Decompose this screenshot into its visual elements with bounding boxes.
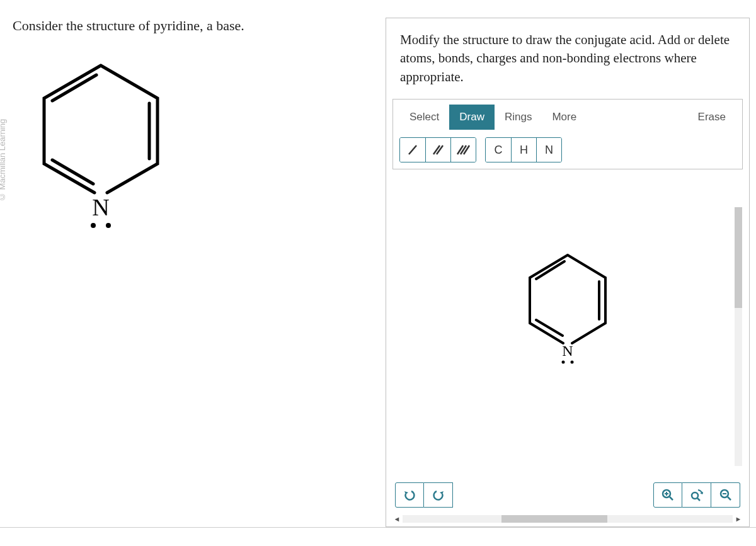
svg-line-0 [52,75,96,101]
hydrogen-tool[interactable]: H [511,138,536,162]
question-prompt: Consider the structure of pyridine, a ba… [13,18,379,34]
tab-select[interactable]: Select [399,105,449,130]
editor-instruction: Modify the structure to draw the conjuga… [386,18,749,95]
svg-line-23 [728,497,731,500]
zoom-controls [653,482,740,508]
history-controls [395,482,453,508]
bottom-controls [386,479,749,514]
tab-more[interactable]: More [542,105,587,130]
zoom-out-button[interactable] [711,482,740,508]
single-bond-tool[interactable] [400,138,425,162]
mode-tabs: Select Draw Rings More Erase [399,105,736,130]
svg-point-15 [571,361,574,364]
main-container: Consider the structure of pyridine, a ba… [0,0,756,528]
tab-erase[interactable]: Erase [688,105,736,130]
svg-point-4 [106,223,111,228]
scroll-left-arrow[interactable]: ◄ [392,515,401,523]
hscroll-thumb[interactable] [501,515,607,523]
nitrogen-label: N [92,194,109,220]
vertical-scrollbar[interactable] [735,207,742,466]
canvas-structure[interactable]: N [517,247,618,370]
hscroll-track[interactable] [403,515,733,523]
triple-bond-tool[interactable] [450,138,476,162]
drawing-canvas[interactable]: N [392,169,743,479]
undo-button[interactable] [395,482,424,508]
canvas-nitrogen-label: N [562,343,573,359]
zoom-reset-button[interactable] [682,482,711,508]
tab-rings[interactable]: Rings [495,105,542,130]
watermark: © Macmillan Learning [0,0,10,202]
carbon-tool[interactable]: C [486,138,511,162]
tool-row: C H N [399,137,736,162]
zoom-in-button[interactable] [653,482,682,508]
svg-point-3 [91,223,96,228]
horizontal-scrollbar[interactable]: ◄ ► [392,514,743,524]
pyridine-reference-structure: N [32,53,379,232]
svg-line-21 [697,498,700,501]
vertical-scroll-thumb[interactable] [735,207,742,308]
svg-point-14 [562,361,565,364]
tab-draw[interactable]: Draw [449,105,495,130]
nitrogen-tool[interactable]: N [536,138,561,162]
bond-tool-group [399,137,476,162]
left-column: Consider the structure of pyridine, a ba… [13,18,379,527]
svg-point-20 [692,492,698,499]
structure-editor-panel: Modify the structure to draw the conjuga… [386,18,750,527]
double-bond-tool[interactable] [425,138,450,162]
editor-toolbar: Select Draw Rings More Erase [392,99,743,169]
svg-line-5 [409,145,416,154]
svg-line-17 [670,497,673,500]
scroll-right-arrow[interactable]: ► [734,515,743,523]
atom-tool-group: C H N [485,137,562,162]
redo-button[interactable] [424,482,453,508]
svg-line-13 [536,320,563,336]
